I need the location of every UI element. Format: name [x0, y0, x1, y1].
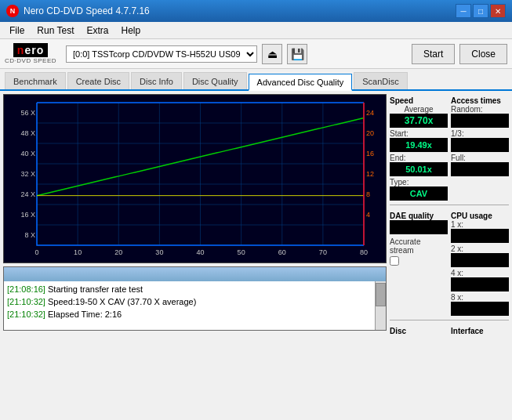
full-value	[451, 162, 509, 176]
one-third-value	[451, 138, 509, 152]
tab-scandisc[interactable]: ScanDisc	[354, 72, 407, 89]
drive-selector[interactable]: [0:0] TSSTcorp CD/DVDW TS-H552U US09	[66, 45, 257, 63]
cpu-section: CPU usage 1 x: 2 x: 4 x: 8 x:	[451, 209, 509, 316]
log-text-2: Elapsed Time: 2:16	[48, 310, 122, 319]
window-controls[interactable]: ─ □ ✕	[456, 4, 506, 18]
tab-bar: Benchmark Create Disc Disc Info Disc Qua…	[0, 69, 512, 91]
cpu-1x-label: 1 x:	[451, 220, 509, 229]
end-value: 50.01x	[390, 162, 448, 176]
log-time-0: [21:08:16]	[7, 284, 45, 294]
chart-container	[3, 94, 387, 263]
tab-benchmark[interactable]: Benchmark	[5, 72, 66, 89]
disc-interface-row: Disc Type: Data CD Length: 79:57.68 Inte…	[390, 324, 509, 334]
average-label: Average	[390, 105, 448, 114]
minimize-button[interactable]: ─	[456, 4, 471, 18]
random-label: Random:	[451, 105, 509, 114]
log-text-0: Starting transfer rate test	[48, 284, 143, 294]
full-label: Full:	[451, 154, 509, 162]
interface-label: Interface	[451, 327, 509, 334]
disc-section: Disc Type: Data CD Length: 79:57.68	[390, 324, 448, 334]
speed-title: Speed	[390, 96, 448, 105]
cpu-2x-label: 2 x:	[451, 244, 509, 253]
start-button[interactable]: Start	[412, 44, 455, 64]
app-icon: N	[6, 5, 19, 17]
log-text-1: Speed:19-50 X CAV (37.70 X average)	[48, 297, 196, 306]
log-entry-1: [21:10:32] Speed:19-50 X CAV (37.70 X av…	[7, 295, 383, 308]
dae-cpu-row: DAE quality Accurate stream CPU usage 1 …	[390, 209, 509, 316]
log-time-2: [21:10:32]	[7, 310, 45, 319]
dae-section: DAE quality Accurate stream	[390, 209, 448, 316]
save-icon[interactable]: 💾	[287, 44, 307, 64]
one-third-label: 1/3:	[451, 129, 509, 138]
end-label: End:	[390, 154, 448, 162]
interface-section: Interface Burst rate:	[451, 324, 509, 334]
chart-log-area: [21:08:16] Starting transfer rate test […	[0, 91, 387, 334]
dae-value	[390, 220, 448, 234]
start-value: 19.49x	[390, 138, 448, 152]
stream-label: stream	[390, 246, 448, 255]
tab-advanced-disc-quality[interactable]: Advanced Disc Quality	[249, 74, 353, 91]
speed-section: Speed Average 37.70x Start: 19.49x End: …	[390, 94, 448, 201]
maximize-button[interactable]: □	[473, 4, 488, 18]
accurate-label: Accurate	[390, 237, 448, 246]
speed-chart	[4, 95, 386, 262]
window-title: Nero CD-DVD Speed 4.7.7.16	[24, 5, 456, 16]
start-label: Start:	[390, 129, 448, 138]
log-entry-2: [21:10:32] Elapsed Time: 2:16	[7, 308, 383, 320]
speed-access-row: Speed Average 37.70x Start: 19.49x End: …	[390, 94, 509, 201]
access-section: Access times Random: 1/3: Full:	[451, 94, 509, 201]
type-value: CAV	[390, 186, 448, 201]
tab-create-disc[interactable]: Create Disc	[67, 72, 129, 89]
log-entry-0: [21:08:16] Starting transfer rate test	[7, 283, 383, 295]
cpu-4x-value	[451, 277, 509, 291]
disc-title: Disc	[390, 327, 448, 334]
log-time-1: [21:10:32]	[7, 297, 45, 306]
accurate-stream-checkbox[interactable]	[390, 256, 399, 266]
divider-2	[390, 320, 509, 320]
toolbar: nero CD·DVD SPEED [0:0] TSSTcorp CD/DVDW…	[0, 39, 512, 69]
cpu-2x-value	[451, 253, 509, 267]
random-value	[451, 114, 509, 128]
divider-1	[390, 205, 509, 205]
log-area: [21:08:16] Starting transfer rate test […	[3, 266, 387, 331]
main-area: [21:08:16] Starting transfer rate test […	[0, 91, 512, 334]
eject-icon[interactable]: ⏏	[262, 44, 282, 64]
nero-logo: nero CD·DVD SPEED	[5, 43, 56, 64]
title-bar: N Nero CD-DVD Speed 4.7.7.16 ─ □ ✕	[0, 0, 512, 22]
menu-extra[interactable]: Extra	[80, 24, 114, 38]
close-button[interactable]: Close	[459, 44, 507, 64]
log-scrollbar[interactable]	[375, 281, 386, 330]
dae-label: DAE quality	[390, 212, 448, 220]
cpu-4x-label: 4 x:	[451, 269, 509, 277]
tab-disc-info[interactable]: Disc Info	[131, 72, 182, 89]
logo-subtitle: CD·DVD SPEED	[5, 57, 56, 64]
cpu-1x-value	[451, 229, 509, 243]
tab-disc-quality[interactable]: Disc Quality	[183, 72, 247, 89]
cpu-8x-label: 8 x:	[451, 293, 509, 302]
log-header	[4, 267, 386, 281]
cpu-8x-value	[451, 302, 509, 316]
cpu-label: CPU usage	[451, 212, 509, 220]
menu-bar: File Run Test Extra Help	[0, 22, 512, 39]
log-body: [21:08:16] Starting transfer rate test […	[4, 281, 386, 322]
scroll-thumb[interactable]	[376, 283, 386, 306]
close-window-button[interactable]: ✕	[490, 4, 506, 18]
menu-file[interactable]: File	[3, 24, 31, 38]
type-label: Type:	[390, 178, 448, 186]
right-panel: Speed Average 37.70x Start: 19.49x End: …	[387, 91, 512, 334]
accurate-checkbox-row	[390, 256, 448, 266]
menu-help[interactable]: Help	[115, 24, 147, 38]
menu-run-test[interactable]: Run Test	[31, 24, 80, 38]
access-title: Access times	[451, 96, 509, 105]
average-value: 37.70x	[390, 114, 448, 128]
